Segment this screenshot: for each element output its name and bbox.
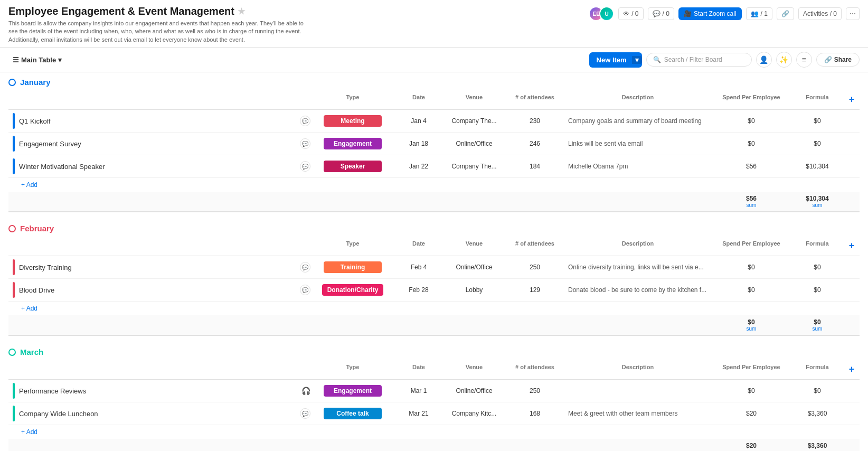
group-dot-january [8,79,16,86]
type-cell[interactable]: Engagement [310,138,395,149]
date-cell: Mar 1 [395,385,442,397]
row-name-cell: Blood Drive 💬 [8,279,310,301]
spend-cell: $0 [712,138,791,149]
description-cell: Online diversity training, links will be… [564,261,712,273]
col-date-march: Date [395,362,442,377]
table-row[interactable]: Company Wide Luncheon 💬 Coffee talk Mar … [8,402,860,425]
group-title-february[interactable]: February [20,224,54,233]
table-row[interactable]: Q1 Kickoff 💬 Meeting Jan 4 Company The..… [8,110,860,133]
comment-button[interactable]: 💬 [300,285,310,295]
type-cell[interactable]: Speaker [310,161,395,172]
group-title-march[interactable]: March [20,347,43,356]
table-row[interactable]: Winter Motivational Speaker 💬 Speaker Ja… [8,155,860,178]
add-row-february[interactable]: + Add [8,302,860,315]
add-column-button-january[interactable]: + [844,92,860,107]
person-filter-button[interactable]: 👤 [756,52,772,68]
comment-button[interactable]: 💬 [300,408,310,419]
comment-button[interactable]: 💬 [300,161,310,172]
magic-button[interactable]: ✨ [776,52,792,68]
comment-button[interactable]: 💬 [300,262,310,273]
users-icon: 👥 [751,10,759,17]
page-title: Employee Engagement & Event Management [8,5,234,17]
type-badge[interactable]: Speaker [324,161,382,172]
star-icon[interactable]: ★ [238,6,245,16]
table-row[interactable]: Blood Drive 💬 Donation/Charity Feb 28 Lo… [8,279,860,302]
type-cell[interactable]: Meeting [310,115,395,127]
table-row[interactable]: Performance Reviews 🎧 Engagement Mar 1 O… [8,380,860,402]
description-cell: Links will be sent via email [564,138,712,149]
eye-count: / 0 [631,10,638,17]
table-row[interactable]: Diversity Training 💬 Training Feb 4 Onli… [8,256,860,279]
comment-icon: 💬 [653,10,661,17]
venue-cell: Company The... [442,161,506,172]
spend-cell: $20 [712,408,791,419]
type-badge[interactable]: Donation/Charity [322,284,384,296]
date-cell: Mar 21 [395,408,442,419]
guest-stat[interactable]: 🔗 [777,7,794,20]
more-options-button[interactable]: ⋯ [846,7,860,20]
activities-stat[interactable]: Activities / 0 [798,7,842,20]
formula-cell: $0 [791,284,844,296]
type-cell[interactable]: Training [310,261,395,273]
spend-cell: $0 [712,115,791,127]
type-badge[interactable]: Coffee talk [324,408,382,419]
date-cell: Jan 18 [395,138,442,149]
new-item-button[interactable]: New Item ▾ [589,52,642,68]
col-type-february: Type [310,238,395,253]
main-table-button[interactable]: ☰ Main Table ▾ [8,54,66,66]
header: Employee Engagement & Event Management ★… [0,0,868,72]
description-cell: Meet & greet with other team members [564,408,712,419]
formula-cell: $0 [791,138,844,149]
comment-button[interactable]: 💬 [300,116,310,126]
filter-button[interactable]: ≡ [796,52,812,68]
col-venue-january: Venue [442,92,506,107]
type-badge[interactable]: Engagement [324,138,382,149]
col-name-february [8,238,310,253]
type-cell[interactable]: Coffee talk [310,408,395,419]
type-badge[interactable]: Engagement [324,385,382,397]
comment-stat[interactable]: 💬 / 0 [648,7,674,20]
comment-button[interactable]: 💬 [300,138,310,149]
type-cell[interactable]: Donation/Charity [310,284,395,296]
col-type-january: Type [310,92,395,107]
sum-row-february: $0 sum $0 sum [8,315,860,336]
spend-cell: $0 [712,261,791,273]
add-row-march[interactable]: + Add [8,425,860,439]
toolbar: ☰ Main Table ▾ New Item ▾ 🔍 Search / Fil… [0,48,868,72]
users-stat[interactable]: 👥 / 1 [746,7,772,20]
row-color-bar [13,383,15,399]
main-content: January Type Date Venue # of attendees D… [0,72,868,451]
table-header-march: Type Date Venue # of attendees Descripti… [8,360,860,380]
spend-cell: $0 [712,385,791,397]
col-description-february: Description [564,238,712,253]
headphones-icon: 🎧 [301,387,310,395]
comment-count: / 0 [663,10,669,17]
formula-cell: $0 [791,261,844,273]
eye-icon: 👁 [623,10,629,17]
group-dot-march [8,349,16,356]
group-title-january[interactable]: January [20,78,51,87]
eye-stat[interactable]: 👁 / 0 [618,7,643,20]
table-row[interactable]: Engagement Survey 💬 Engagement Jan 18 On… [8,133,860,155]
type-badge[interactable]: Training [324,261,382,273]
row-title: Blood Drive [19,286,54,294]
add-column-button-february[interactable]: + [844,238,860,253]
description-cell: Michelle Obama 7pm [564,161,712,172]
add-column-button-march[interactable]: + [844,362,860,377]
new-item-dropdown-arrow[interactable]: ▾ [632,56,642,64]
attendees-cell: 246 [506,138,564,149]
col-name-march [8,362,310,377]
col-date-february: Date [395,238,442,253]
share-button[interactable]: 🔗 Share [816,53,860,67]
row-color-bar [13,406,15,421]
type-cell[interactable]: Engagement [310,385,395,397]
zoom-call-button[interactable]: 🎥 Start Zoom call [678,7,742,20]
search-filter-input[interactable]: 🔍 Search / Filter Board [646,53,752,67]
row-name-cell: Diversity Training 💬 [8,256,310,278]
row-title: Diversity Training [19,264,72,271]
add-row-january[interactable]: + Add [8,178,860,192]
row-color-bar [13,282,15,298]
type-badge[interactable]: Meeting [324,115,382,127]
row-color-bar [13,158,15,174]
attendees-cell: 129 [506,284,564,296]
